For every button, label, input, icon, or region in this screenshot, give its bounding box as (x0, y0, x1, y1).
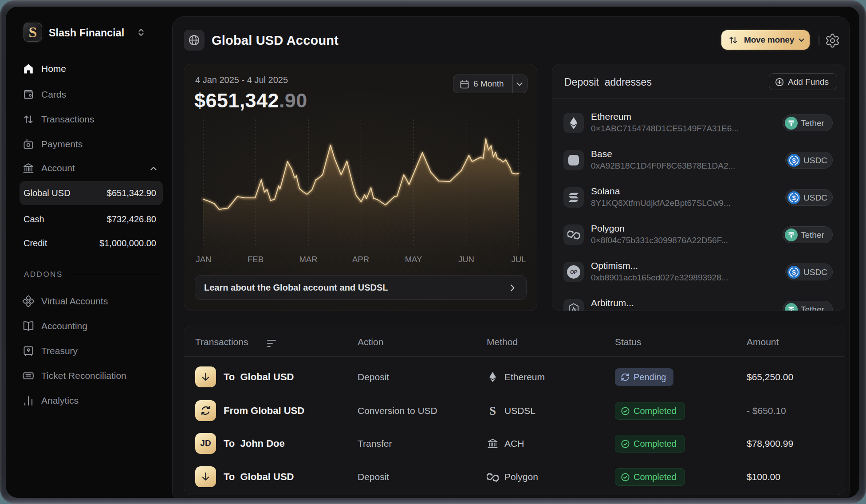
svg-text:JUL: JUL (512, 255, 526, 264)
svg-text:$: $ (792, 269, 795, 276)
svg-text:MAR: MAR (299, 255, 317, 264)
svg-text:S: S (29, 24, 37, 40)
svg-text:$: $ (792, 157, 795, 164)
svg-text:APR: APR (352, 255, 369, 264)
svg-text:JUN: JUN (458, 255, 474, 264)
svg-text:$: $ (792, 194, 795, 201)
svg-text:FEB: FEB (248, 255, 264, 264)
svg-text:S: S (489, 405, 496, 417)
svg-text:JAN: JAN (196, 255, 212, 264)
svg-text:MAY: MAY (405, 255, 422, 264)
